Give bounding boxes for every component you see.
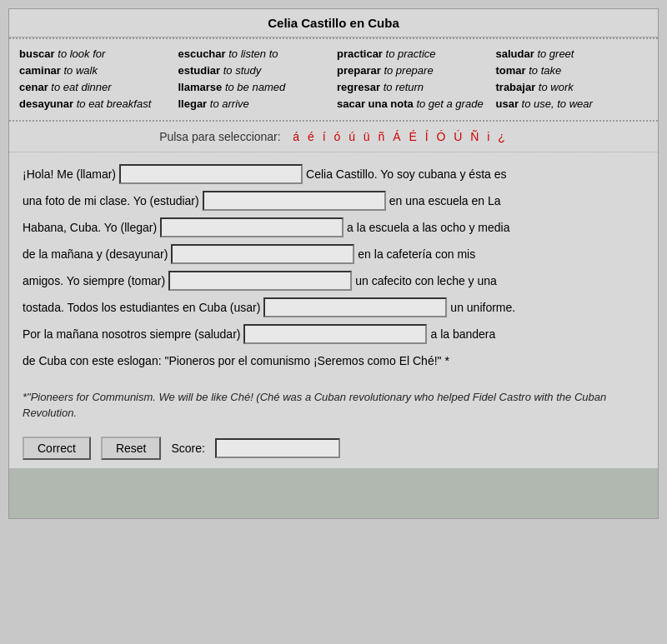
input-llegar[interactable] (160, 217, 344, 237)
accent-a[interactable]: á (290, 130, 302, 143)
vocab-entry: regresar to return (337, 79, 489, 96)
text-after-4: en la cafetería con mis (358, 242, 475, 266)
page-title: Celia Castillo en Cuba (9, 9, 658, 37)
text-8: de Cuba con este eslogan: "Pioneros por … (23, 349, 449, 372)
exercise-line-5: amigos. Yo siempre (tomar) un cafecito c… (23, 269, 644, 292)
text-before-1: ¡Hola! Me (llamar) (23, 162, 116, 186)
button-row: Correct Reset Score: (9, 428, 658, 468)
text-after-1: Celia Castillo. Yo soy cubana y ésta es (306, 162, 506, 186)
accent-bar: Pulsa para seleccionar: á é í ó ú ü ñ Á … (9, 122, 658, 152)
vocab-entry: trabajar to work (496, 79, 649, 96)
vocab-entry: llegar to arrive (178, 96, 331, 112)
text-after-2: en una escuela en La (389, 189, 501, 212)
exercise-line-8: de Cuba con este eslogan: "Pioneros por … (23, 349, 644, 372)
text-before-2: una foto de mi clase. Yo (estudiar) (23, 189, 199, 212)
vocab-col-2: escuchar to listen to estudiar to study … (178, 46, 331, 113)
accent-N-cap[interactable]: Ñ (468, 130, 481, 143)
exercise-line-4: de la mañana y (desayunar) en la cafeter… (23, 242, 644, 266)
footnote-text: *"Pioneers for Communism. We will be lik… (23, 391, 606, 420)
exercise-line-3: Habana, Cuba. Yo (llegar) a la escuela a… (23, 216, 644, 239)
input-usar[interactable] (263, 297, 447, 317)
input-desayunar[interactable] (171, 244, 354, 264)
score-label: Score: (171, 442, 204, 455)
accent-u[interactable]: ú (346, 130, 358, 143)
text-before-6: tostada. Todos los estudiantes en Cuba (… (23, 296, 260, 319)
exercise-line-6: tostada. Todos los estudiantes en Cuba (… (23, 296, 644, 319)
text-before-7: Por la mañana nosotros siempre (saludar) (23, 322, 240, 346)
vocab-entry: preparar to prepare (337, 62, 489, 79)
text-before-5: amigos. Yo siempre (tomar) (23, 269, 165, 292)
vocab-entry: saludar to greet (496, 46, 649, 62)
correct-button[interactable]: Correct (23, 437, 91, 460)
exercise-section: ¡Hola! Me (llamar) Celia Castillo. Yo so… (9, 152, 658, 386)
vocab-entry: llamarse to be named (178, 79, 331, 96)
accent-i[interactable]: í (320, 130, 328, 143)
accent-A-cap[interactable]: Á (390, 130, 403, 143)
vocab-section: buscar to look for caminar to walk cenar… (9, 37, 658, 122)
accent-n-tilde[interactable]: ñ (376, 130, 388, 143)
input-llamar[interactable] (119, 164, 303, 184)
vocab-entry: cenar to eat dinner (19, 79, 172, 96)
accent-U-cap[interactable]: Ú (451, 130, 464, 143)
accent-i-lower[interactable]: i (484, 130, 492, 143)
accent-u-uml[interactable]: ü (361, 130, 373, 143)
vocab-entry: sacar una nota to get a grade (337, 96, 489, 112)
text-after-7: a la bandera (430, 322, 495, 346)
vocab-entry: escuchar to listen to (178, 46, 331, 62)
accent-e[interactable]: é (305, 130, 317, 143)
vocab-entry: desayunar to eat breakfast (19, 96, 172, 112)
input-estudiar[interactable] (203, 191, 386, 211)
accent-O-cap[interactable]: Ó (434, 130, 448, 143)
exercise-line-1: ¡Hola! Me (llamar) Celia Castillo. Yo so… (23, 162, 644, 186)
accent-E-cap[interactable]: É (406, 130, 419, 143)
vocab-entry: caminar to walk (19, 62, 172, 79)
vocab-col-4: saludar to greet tomar to take trabajar … (496, 46, 649, 113)
text-after-3: a la escuela a las ocho y media (347, 216, 509, 239)
vocab-col-3: practicar to practice preparar to prepar… (337, 46, 489, 113)
exercise-line-2: una foto de mi clase. Yo (estudiar) en u… (23, 189, 644, 212)
score-input[interactable] (215, 438, 340, 458)
accent-o[interactable]: ó (331, 130, 343, 143)
input-saludar[interactable] (243, 324, 427, 344)
text-before-3: Habana, Cuba. Yo (llegar) (23, 216, 157, 239)
vocab-entry: buscar to look for (19, 46, 172, 62)
footnote-section: *"Pioneers for Communism. We will be lik… (9, 386, 658, 428)
vocab-entry: estudiar to study (178, 62, 331, 79)
vocab-entry: practicar to practice (337, 46, 489, 62)
vocab-entry: tomar to take (496, 62, 649, 79)
accent-label: Pulsa para seleccionar: (159, 130, 281, 143)
input-tomar[interactable] (168, 271, 352, 291)
accent-question[interactable]: ¿ (495, 130, 508, 143)
bottom-image (9, 468, 658, 518)
exercise-line-7: Por la mañana nosotros siempre (saludar)… (23, 322, 644, 346)
accent-I-cap[interactable]: Í (423, 130, 431, 143)
text-before-4: de la mañana y (desayunar) (23, 242, 168, 266)
reset-button[interactable]: Reset (101, 437, 162, 460)
vocab-entry: usar to use, to wear (496, 96, 649, 112)
vocab-col-1: buscar to look for caminar to walk cenar… (19, 46, 172, 113)
text-after-5: un cafecito con leche y una (355, 269, 497, 292)
text-after-6: un uniforme. (450, 296, 515, 319)
